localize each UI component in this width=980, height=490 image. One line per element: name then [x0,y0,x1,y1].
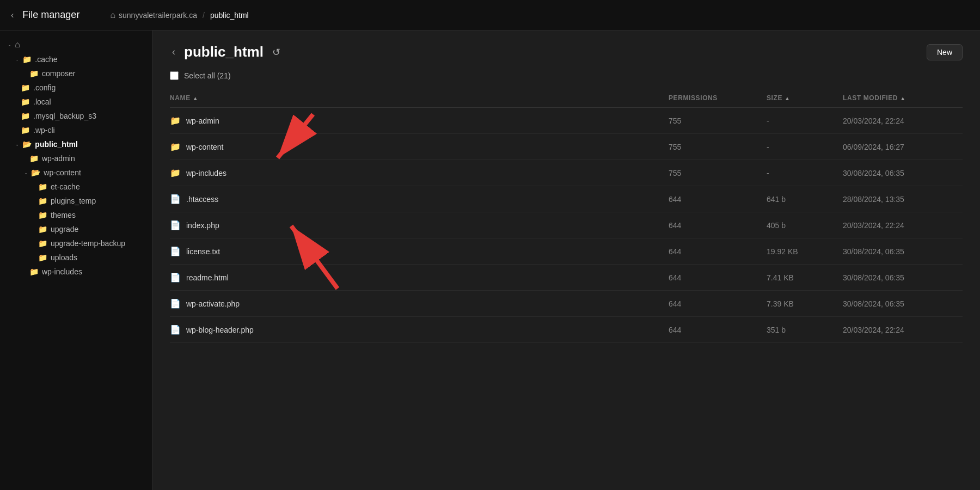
permissions-cell: 755 [669,117,767,125]
permissions-cell: 755 [669,169,767,177]
home-icon: ⌂ [110,10,115,20]
folder-icon: 📁 [38,197,47,205]
permissions-cell: 644 [669,195,767,204]
table-row[interactable]: 📄 wp-activate.php 644 7.39 KB 30/08/2024… [170,291,963,317]
sidebar-item-local[interactable]: 📁 .local [0,95,152,109]
sidebar-item-label: wp-admin [42,154,75,163]
sidebar-item-label: plugins_temp [51,197,96,205]
sidebar: - ⌂ - 📁 .cache 📁 composer 📁 .config 📁 .l… [0,30,152,490]
content-title: public_html [184,44,264,60]
permissions-cell: 644 [669,326,767,334]
table-row[interactable]: 📁 wp-admin 755 - 20/03/2024, 22:24 [170,108,963,134]
column-size[interactable]: SIZE ▲ [767,94,843,102]
breadcrumb: ⌂ sunnyvaletrailerpark.ca / public_html [110,10,248,20]
size-cell: 351 b [767,326,843,334]
sidebar-item-mysql-backup[interactable]: 📁 .mysql_backup_s3 [0,109,152,123]
table-row[interactable]: 📄 wp-blog-header.php 644 351 b 20/03/202… [170,317,963,343]
sidebar-item-label: upgrade [51,225,78,234]
table-row[interactable]: 📁 wp-content 755 - 06/09/2024, 16:27 [170,134,963,160]
file-name: wp-content [186,143,223,151]
date-cell: 30/08/2024, 06:35 [843,247,963,256]
table-row[interactable]: 📁 wp-includes 755 - 30/08/2024, 06:35 [170,160,963,186]
column-name[interactable]: NAME ▲ [170,94,669,102]
column-size-label: SIZE [767,94,782,102]
sidebar-item-uploads[interactable]: 📁 uploads [0,250,152,265]
app-title: File manager [22,9,79,21]
file-name-cell: 📄 index.php [170,220,669,230]
column-last-modified[interactable]: LAST MODIFIED ▲ [843,94,963,102]
sidebar-item-upgrade-temp-backup[interactable]: 📁 upgrade-temp-backup [0,236,152,250]
file-name: license.txt [186,247,220,256]
size-cell: - [767,169,843,177]
new-button[interactable]: New [927,44,963,60]
file-name: .htaccess [186,195,218,204]
folder-open-icon: 📂 [31,168,40,177]
breadcrumb-site[interactable]: sunnyvaletrailerpark.ca [119,11,197,20]
sidebar-item-themes[interactable]: 📁 themes [0,208,152,222]
column-permissions[interactable]: PERMISSIONS [669,94,767,102]
sidebar-item-plugins-temp[interactable]: 📁 plugins_temp [0,194,152,208]
sidebar-item-label: public_html [35,140,78,149]
folder-icon: 📁 [21,97,30,106]
column-permissions-label: PERMISSIONS [669,94,718,102]
file-icon: 📄 [170,298,181,309]
file-name: readme.html [186,273,229,282]
main-layout: - ⌂ - 📁 .cache 📁 composer 📁 .config 📁 .l… [0,30,980,490]
folder-icon: 📁 [38,211,47,219]
sidebar-item-label: wp-includes [42,267,82,276]
file-name-cell: 📁 wp-includes [170,168,669,178]
column-last-modified-label: LAST MODIFIED [843,94,898,102]
file-name: wp-includes [186,169,226,177]
sidebar-item-cache[interactable]: - 📁 .cache [0,52,152,66]
sidebar-item-home[interactable]: - ⌂ [0,37,152,52]
sidebar-item-wp-admin[interactable]: 📁 wp-admin [0,151,152,166]
sort-arrow-size: ▲ [785,95,791,101]
content-header: ‹ public_html ↺ New [152,30,980,69]
folder-open-icon: 📂 [22,140,32,149]
table-row[interactable]: 📄 index.php 644 405 b 20/03/2024, 22:24 [170,212,963,238]
sidebar-item-upgrade[interactable]: 📁 upgrade [0,222,152,236]
select-all-label: Select all (21) [184,71,231,80]
column-name-label: NAME [170,94,191,102]
file-rows-container: 📁 wp-admin 755 - 20/03/2024, 22:24 📁 wp-… [170,108,963,343]
file-name-cell: 📄 wp-blog-header.php [170,324,669,335]
sidebar-item-label: .mysql_backup_s3 [33,112,96,120]
size-cell: - [767,143,843,151]
sidebar-item-wp-cli[interactable]: 📁 .wp-cli [0,123,152,137]
permissions-cell: 644 [669,221,767,230]
folder-icon: 📁 [21,83,30,92]
table-row[interactable]: 📄 .htaccess 644 641 b 28/08/2024, 13:35 [170,186,963,212]
sidebar-item-label: uploads [51,253,77,262]
sidebar-item-wp-includes[interactable]: 📁 wp-includes [0,265,152,279]
refresh-button[interactable]: ↺ [272,46,280,58]
table-row[interactable]: 📄 license.txt 644 19.92 KB 30/08/2024, 0… [170,238,963,265]
file-icon: 📄 [170,220,181,230]
content-back-button[interactable]: ‹ [170,44,177,60]
folder-icon: 📁 [38,253,47,262]
select-all-checkbox[interactable] [170,71,179,80]
file-name-cell: 📁 wp-admin [170,115,669,126]
table-row[interactable]: 📄 readme.html 644 7.41 KB 30/08/2024, 06… [170,265,963,291]
sidebar-item-et-cache[interactable]: 📁 et-cache [0,180,152,194]
toggle-icon: - [25,170,27,176]
back-chevron-icon: ‹ [11,10,14,20]
date-cell: 20/03/2024, 22:24 [843,326,963,334]
date-cell: 30/08/2024, 06:35 [843,299,963,308]
size-cell: 19.92 KB [767,247,843,256]
sidebar-item-label: themes [51,211,76,219]
sidebar-item-config[interactable]: 📁 .config [0,81,152,95]
file-name-cell: 📁 wp-content [170,142,669,152]
sidebar-item-wp-content[interactable]: - 📂 wp-content [0,166,152,180]
file-name-cell: 📄 .htaccess [170,194,669,204]
folder-icon: 📁 [29,154,39,163]
breadcrumb-current: public_html [210,11,249,20]
topbar-back-button[interactable]: ‹ [11,10,14,20]
permissions-cell: 755 [669,143,767,151]
sidebar-item-label: .wp-cli [33,126,55,134]
sidebar-item-public-html[interactable]: - 📂 public_html [0,137,152,151]
sidebar-item-label: composer [42,69,75,78]
file-icon: 📄 [170,272,181,283]
file-name-cell: 📄 license.txt [170,246,669,256]
size-cell: 7.41 KB [767,273,843,282]
sidebar-item-composer[interactable]: 📁 composer [0,66,152,81]
